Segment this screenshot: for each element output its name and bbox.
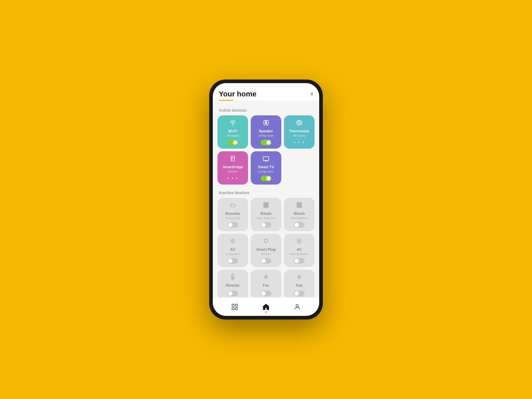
fridge-icon [229, 155, 236, 164]
svg-point-57 [232, 277, 233, 278]
blinds-main-icon [263, 202, 269, 210]
speaker-name: Speaker [259, 129, 273, 133]
device-card-thermostat[interactable]: Thermostat All rooms • • • [284, 115, 315, 149]
device-card-tv[interactable]: Smart TV Living room [251, 151, 281, 185]
nav-profile[interactable] [288, 301, 306, 313]
svg-rect-26 [264, 205, 269, 206]
device-card-wifi[interactable]: Wi-Fi All rooms [217, 115, 248, 149]
device-card-fan2[interactable]: Fan [284, 270, 315, 297]
home-active-dot [265, 311, 267, 313]
thermostat-name: Thermostat [289, 129, 309, 133]
inactive-devices-grid: Roomba Living room [213, 198, 319, 297]
app-title: Your home [219, 90, 256, 98]
svg-point-46 [298, 240, 301, 242]
svg-rect-18 [230, 204, 235, 207]
blinds-kids-toggle[interactable] [294, 222, 305, 228]
svg-line-41 [231, 242, 231, 243]
svg-point-0 [232, 125, 233, 125]
ac-kids-toggle[interactable] [294, 258, 305, 264]
remote-toggle[interactable] [227, 291, 238, 296]
blinds-kids-icon [296, 202, 303, 210]
ac-living-room: Living room [225, 252, 241, 256]
thermostat-icon [296, 119, 303, 128]
blinds-kids-name: Blinds [294, 211, 305, 215]
bottom-nav [213, 297, 319, 316]
fan1-toggle[interactable] [261, 291, 271, 296]
ac-kids-room: Kids bedroom [290, 252, 309, 256]
svg-rect-62 [232, 307, 234, 309]
svg-rect-60 [232, 304, 234, 306]
ac-living-name: AC [230, 247, 235, 251]
roomba-toggle[interactable] [227, 222, 238, 228]
svg-line-52 [301, 242, 301, 243]
tv-icon [263, 155, 269, 164]
fan2-icon [296, 274, 303, 282]
fan2-toggle[interactable] [294, 291, 305, 296]
svg-point-6 [298, 122, 301, 124]
title-underline [219, 100, 233, 101]
svg-rect-32 [297, 207, 302, 207]
device-card-blinds-main[interactable]: Blinds Main bedroom [251, 198, 281, 231]
person-icon [294, 303, 301, 311]
device-card-remote[interactable]: Remote [217, 270, 248, 297]
device-card-fridge[interactable]: Smartfridge Kitchen • • • [217, 151, 248, 185]
svg-rect-30 [297, 204, 302, 205]
device-card-speaker[interactable]: Speaker Living room [251, 115, 281, 149]
device-card-ac-living[interactable]: AC Living room [217, 234, 248, 267]
blinds-main-name: Blinds [260, 211, 272, 215]
fan2-name: Fan [296, 283, 303, 287]
plug-toggle[interactable] [261, 258, 271, 264]
svg-rect-15 [263, 157, 269, 161]
roomba-name: Roomba [225, 211, 240, 215]
apps-icon [231, 303, 238, 311]
active-section-label: Active devices [213, 105, 319, 115]
wifi-name: Wi-Fi [228, 129, 237, 133]
blinds-main-toggle[interactable] [261, 222, 271, 228]
ac-kids-icon [296, 238, 303, 246]
device-card-roomba[interactable]: Roomba Living room [217, 198, 248, 231]
thermostat-dots: • • • [294, 140, 305, 145]
nav-home[interactable] [257, 300, 275, 314]
screen-scroll: Your home ≡ Active devices [213, 83, 319, 297]
svg-rect-23 [264, 203, 269, 203]
svg-line-51 [297, 239, 298, 240]
svg-rect-25 [264, 204, 269, 205]
svg-rect-27 [264, 207, 269, 207]
wifi-toggle[interactable] [227, 140, 238, 145]
fridge-dots: • • • [227, 176, 238, 181]
svg-rect-42 [264, 239, 268, 242]
svg-rect-28 [297, 203, 302, 203]
remote-name: Remote [226, 283, 239, 287]
device-card-blinds-kids[interactable]: Blinds Kids bedroom [284, 198, 315, 231]
tv-name: Smart TV [258, 165, 274, 169]
speaker-room: Living room [258, 134, 274, 137]
thermostat-room: All rooms [293, 134, 306, 137]
menu-icon[interactable]: ≡ [310, 91, 313, 97]
svg-line-53 [301, 239, 301, 240]
fan1-name: Fan [263, 283, 269, 287]
device-card-plug[interactable]: Smart Plug Kitchen [251, 234, 281, 267]
wifi-icon [229, 119, 236, 128]
app-header: Your home ≡ [213, 83, 319, 101]
plug-room: Kitchen [261, 252, 271, 256]
svg-point-58 [265, 276, 267, 278]
phone-frame: Your home ≡ Active devices [209, 80, 323, 319]
nav-apps[interactable] [226, 301, 244, 313]
home-icon [262, 303, 270, 311]
plug-name: Smart Plug [256, 247, 276, 251]
tv-toggle[interactable] [261, 176, 271, 181]
phone-screen: Your home ≡ Active devices [213, 83, 319, 316]
speaker-toggle[interactable] [261, 140, 271, 145]
svg-point-66 [296, 304, 298, 307]
fan1-icon [263, 274, 269, 282]
device-card-ac-kids[interactable]: AC Kids bedroom [284, 234, 315, 267]
inactive-section-label: Inactive devices [213, 187, 319, 198]
svg-point-59 [299, 276, 300, 278]
ac-living-toggle[interactable] [227, 258, 238, 264]
roomba-icon [229, 202, 236, 210]
fridge-name: Smartfridge [222, 165, 243, 169]
ac-kids-name: AC [297, 247, 302, 251]
device-card-fan1[interactable]: Fan [251, 270, 281, 297]
svg-point-65 [265, 306, 266, 307]
blinds-kids-room: Kids bedroom [290, 216, 309, 220]
